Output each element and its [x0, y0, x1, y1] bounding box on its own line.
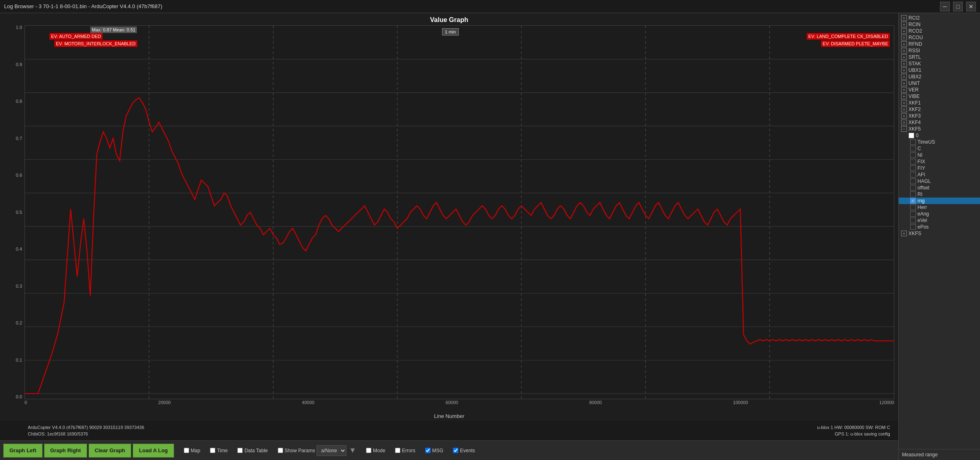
tree-item-vibe[interactable]: + VIBE: [899, 93, 980, 100]
tree-item-xkf2[interactable]: + XKF2: [899, 106, 980, 113]
window-title: Log Browser - 3 70-1-1 8-00-01.bin - Ard…: [4, 3, 162, 9]
clear-graph-button[interactable]: Clear Graph: [89, 444, 131, 458]
tree-item-rci2[interactable]: + RCI2: [899, 15, 980, 21]
showparams-checkbox[interactable]: [278, 448, 283, 453]
mode-label: Mode: [373, 448, 385, 453]
subitem-epos[interactable]: ePos: [899, 224, 980, 230]
x-axis-labels: 0 20000 40000 60000 80000 100000 120000: [25, 399, 894, 411]
errors-checkbox[interactable]: [395, 448, 400, 453]
subitem-offset[interactable]: offset: [899, 184, 980, 191]
expand-icon: +: [901, 113, 907, 119]
uncheck-icon: [910, 172, 916, 178]
subitem-ri[interactable]: RI: [899, 191, 980, 198]
y-axis: 1.0 0.9 0.8 0.7 0.6 0.5 0.4 0.3 0.2 0.1 …: [0, 25, 24, 399]
graph-right-button[interactable]: Graph Right: [44, 444, 87, 458]
uncheck-icon: [910, 165, 916, 171]
mode-checkbox-group: Mode: [366, 448, 385, 453]
tree-item-rfnd[interactable]: + RFND: [899, 41, 980, 47]
y-label-03: 0.3: [16, 284, 22, 289]
tree-item-rco2[interactable]: + RCO2: [899, 28, 980, 34]
y-label-04: 0.4: [16, 247, 22, 251]
errors-label: Errors: [402, 448, 415, 453]
svg-rect-0: [25, 26, 894, 399]
collapse-icon: −: [901, 126, 907, 132]
subitem-timeus[interactable]: TimeUS: [899, 139, 980, 145]
y-label-08: 0.8: [16, 99, 22, 104]
annotation-land-complete: EV: LAND_COMPLETE CK_DISABLED: [807, 33, 890, 40]
filter-dropdown[interactable]: a/None: [317, 445, 346, 456]
tree-item-xkf4[interactable]: + XKF4: [899, 119, 980, 126]
msg-checkbox-group: MSG: [425, 448, 443, 453]
datatable-checkbox[interactable]: [237, 448, 243, 453]
expand-icon: +: [901, 107, 907, 112]
subitem-fiy[interactable]: FIY: [899, 165, 980, 171]
y-label-05: 0.5: [16, 210, 22, 215]
graph-plot[interactable]: EV: AUTO_ARMED DED Max: 0.87 Mean: 0.51 …: [25, 25, 894, 399]
load-a-log-button[interactable]: Load A Log: [133, 444, 174, 458]
title-bar: Log Browser - 3 70-1-1 8-00-01.bin - Ard…: [0, 0, 980, 13]
subitem-rng[interactable]: ✓ rng: [899, 198, 980, 204]
expand-icon: +: [901, 61, 907, 67]
subitem-ni[interactable]: NI: [899, 152, 980, 158]
right-panel-footer: Measured range: [899, 449, 980, 460]
expand-icon: +: [901, 120, 907, 125]
tree-item-ubx2[interactable]: + UBX2: [899, 73, 980, 80]
tree-item-xkfs[interactable]: + XKFS: [899, 230, 980, 237]
time-checkbox[interactable]: [210, 448, 215, 453]
tree-item-xkf3[interactable]: + XKF3: [899, 113, 980, 119]
subitem-c[interactable]: C: [899, 145, 980, 152]
tree-item-rssi[interactable]: + RSSI: [899, 47, 980, 54]
expand-icon: +: [901, 231, 907, 236]
y-label-09: 0.9: [16, 62, 22, 67]
y-label-01: 0.1: [16, 358, 22, 362]
maximize-button[interactable]: □: [953, 2, 963, 11]
x-axis-title: Line Number: [0, 411, 898, 421]
showparams-label: Show Params: [285, 448, 315, 453]
expand-icon: +: [901, 74, 907, 80]
tree-item-srtl[interactable]: + SRTL: [899, 54, 980, 60]
tree-item-xkf5[interactable]: − XKF5: [899, 126, 980, 132]
expand-icon: +: [901, 15, 907, 21]
tree-item-rcou[interactable]: + RCOU: [899, 34, 980, 41]
uncheck-icon: [910, 152, 916, 158]
expand-icon: +: [901, 22, 907, 27]
annotation-time: 1 min: [442, 28, 459, 36]
mode-checkbox[interactable]: [366, 448, 371, 453]
close-button[interactable]: ✕: [966, 2, 976, 11]
expand-icon: +: [901, 87, 907, 93]
expand-icon: +: [901, 93, 907, 99]
map-checkbox[interactable]: [184, 448, 189, 453]
y-label-10: 1.0: [16, 25, 22, 30]
annotation-auto-armed: EV: AUTO_ARMED DED: [49, 33, 103, 40]
dropdown-arrow: ▼: [349, 446, 356, 455]
subitem-fix[interactable]: FIX: [899, 158, 980, 165]
check-icon: ✓: [910, 198, 916, 204]
subitem-herr[interactable]: Herr: [899, 204, 980, 211]
tree-item-rcin[interactable]: + RCIN: [899, 21, 980, 28]
uncheck-icon: [910, 224, 916, 230]
window-controls: ─ □ ✕: [940, 2, 976, 11]
events-checkbox[interactable]: [453, 448, 458, 453]
color-swatch: [909, 133, 914, 138]
y-label-02: 0.2: [16, 321, 22, 325]
msg-checkbox[interactable]: [425, 448, 431, 453]
expand-icon: +: [901, 67, 907, 73]
subitem-hagl[interactable]: HAGL: [899, 178, 980, 184]
uncheck-icon: [910, 146, 916, 151]
uncheck-icon: [910, 159, 916, 164]
tree-item-ver[interactable]: + VER: [899, 87, 980, 93]
events-checkbox-group: Events: [453, 448, 475, 453]
expand-icon: +: [901, 41, 907, 47]
subitem-afi[interactable]: AFI: [899, 171, 980, 178]
graph-area: Value Graph 1.0 0.9 0.8 0.7 0.6 0.5 0.4 …: [0, 13, 898, 460]
minimize-button[interactable]: ─: [940, 2, 950, 11]
status-left: ArduCopter V4.4.0 (47b7f687) 90029 30315…: [28, 424, 144, 438]
subitem-evel[interactable]: eVel: [899, 217, 980, 224]
graph-left-button[interactable]: Graph Left: [3, 444, 42, 458]
tree-item-stak[interactable]: + STAK: [899, 60, 980, 67]
tree-item-ubx1[interactable]: + UBX1: [899, 67, 980, 73]
tree-item-unit[interactable]: + UNIT: [899, 80, 980, 87]
expand-icon: +: [901, 54, 907, 60]
tree-item-xkf1[interactable]: + XKF1: [899, 100, 980, 106]
subitem-eang[interactable]: eAng: [899, 211, 980, 217]
